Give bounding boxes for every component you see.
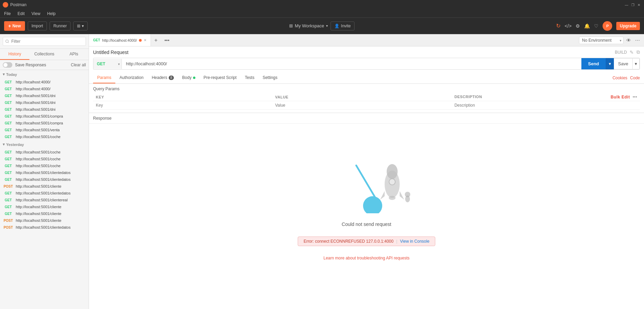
- key-column-header: KEY: [93, 93, 272, 101]
- save-button[interactable]: Save: [614, 58, 633, 69]
- add-tab-button[interactable]: +: [151, 37, 161, 43]
- url-label: http://localhost:5001/clientedatos: [16, 225, 70, 229]
- tab-pre-request[interactable]: Pre-request Script: [199, 72, 241, 83]
- list-item[interactable]: GEThttp://localhost:5001/clientedatos: [0, 176, 89, 183]
- tab-settings[interactable]: Settings: [258, 72, 281, 83]
- notification-icon[interactable]: 🔔: [584, 23, 590, 29]
- grid-icon: ⊞: [289, 23, 293, 28]
- menu-view[interactable]: View: [30, 11, 42, 17]
- method-badge: GET: [3, 101, 14, 105]
- history-group-yesterday[interactable]: ▾ Yesterday: [0, 140, 89, 149]
- key-input[interactable]: [96, 103, 270, 108]
- tab-collections[interactable]: Collections: [29, 49, 59, 60]
- code-icon[interactable]: </>: [565, 23, 571, 29]
- history-group-today[interactable]: ▾ Today: [0, 70, 89, 79]
- list-item[interactable]: POSThttp://localhost:5001/clientedatos: [0, 224, 89, 231]
- url-input[interactable]: [122, 58, 581, 69]
- svg-point-9: [405, 196, 410, 202]
- environment-selector[interactable]: No Environment: [579, 37, 623, 44]
- tab-close-icon[interactable]: ✕: [144, 38, 146, 42]
- menu-edit[interactable]: Edit: [16, 11, 26, 17]
- method-badge: POST: [3, 226, 14, 229]
- cookies-link[interactable]: Cookies: [613, 76, 627, 80]
- list-item[interactable]: GEThttp://localhost:5001/compra: [0, 113, 89, 120]
- list-item[interactable]: POSThttp://localhost:5001/cliente: [0, 217, 89, 224]
- runner-button[interactable]: Runner: [50, 22, 70, 30]
- list-item[interactable]: GEThttp://localhost:5001/dni: [0, 106, 89, 113]
- list-item[interactable]: GEThttp://localhost:4000/: [0, 79, 89, 85]
- tab-params[interactable]: Params: [93, 72, 115, 83]
- menu-help[interactable]: Help: [46, 11, 57, 17]
- save-responses-toggle[interactable]: [3, 62, 12, 68]
- settings-small-icon[interactable]: ⋯: [634, 37, 641, 44]
- tab-apis[interactable]: APIs: [59, 49, 89, 60]
- sync-icon[interactable]: ↻: [556, 23, 561, 29]
- settings-icon[interactable]: ⚙: [576, 23, 580, 29]
- clear-all-button[interactable]: Clear all: [71, 63, 86, 67]
- close-button[interactable]: ✕: [636, 2, 641, 7]
- list-item[interactable]: GEThttp://localhost:5001/clientedatos: [0, 169, 89, 176]
- upgrade-button[interactable]: Upgrade: [616, 22, 640, 30]
- list-item[interactable]: GEThttp://localhost:5001/coche: [0, 156, 89, 162]
- list-item[interactable]: GEThttp://localhost:5001/venta: [0, 126, 89, 133]
- send-dropdown-button[interactable]: ▾: [606, 58, 614, 69]
- copy-icon[interactable]: ⧉: [636, 49, 640, 55]
- invite-button[interactable]: 👤 Invite: [331, 22, 355, 30]
- edit-icon[interactable]: ✎: [630, 50, 634, 55]
- more-tabs-button[interactable]: •••: [161, 38, 173, 43]
- eye-icon[interactable]: 👁: [625, 37, 632, 44]
- method-badge: GET: [3, 108, 14, 111]
- runner-label: Runner: [53, 24, 67, 28]
- authorization-label: Authorization: [119, 75, 143, 80]
- method-badge: POST: [3, 219, 14, 223]
- list-item[interactable]: GEThttp://localhost:4000/: [0, 85, 89, 92]
- list-item[interactable]: GEThttp://localhost:5001/cliente: [0, 210, 89, 217]
- list-item[interactable]: GEThttp://localhost:5001/cliente: [0, 203, 89, 210]
- description-input[interactable]: [454, 103, 637, 108]
- headers-badge: 8: [169, 76, 174, 80]
- method-select[interactable]: GET POST PUT DELETE: [93, 59, 122, 69]
- list-item[interactable]: GEThttp://localhost:5001/clientereal: [0, 197, 89, 203]
- avatar[interactable]: P: [603, 21, 612, 31]
- value-input[interactable]: [275, 103, 449, 108]
- maximize-button[interactable]: ❐: [630, 2, 635, 7]
- troubleshoot-link[interactable]: Learn more about troubleshooting API req…: [323, 256, 410, 260]
- tab-headers[interactable]: Headers 8: [147, 72, 178, 83]
- import-button[interactable]: Import: [28, 22, 47, 30]
- search-input[interactable]: [3, 37, 86, 46]
- list-item[interactable]: GEThttp://localhost:5001/clientedatos: [0, 190, 89, 197]
- tab-history[interactable]: History: [0, 49, 29, 60]
- list-item[interactable]: POSThttp://localhost:5001/cliente: [0, 183, 89, 190]
- environment-select[interactable]: No Environment: [579, 37, 623, 44]
- tab-authorization[interactable]: Authorization: [115, 72, 147, 83]
- tab-body[interactable]: Body: [178, 72, 199, 83]
- method-selector[interactable]: GET POST PUT DELETE: [93, 59, 122, 69]
- workspace-name: My Workspace: [295, 23, 324, 28]
- body-dot: [193, 77, 195, 79]
- method-badge: GET: [3, 121, 14, 125]
- list-item[interactable]: GEThttp://localhost:5001/coche: [0, 149, 89, 156]
- tab-tests[interactable]: Tests: [241, 72, 258, 83]
- request-tab[interactable]: GET http://localhost:4000/ ✕: [89, 34, 151, 46]
- sidebar-search-area: [0, 34, 89, 49]
- url-label: http://localhost:4000/: [16, 87, 51, 91]
- view-console-link[interactable]: View in Console: [400, 239, 429, 244]
- heart-icon[interactable]: ♡: [594, 23, 598, 29]
- menu-file[interactable]: File: [3, 11, 12, 17]
- code-link[interactable]: Code: [630, 76, 640, 80]
- bulk-edit-link[interactable]: Bulk Edit: [610, 95, 630, 99]
- list-item[interactable]: GEThttp://localhost:5001/coche: [0, 162, 89, 169]
- request-tabs-right: Cookies Code: [613, 76, 640, 80]
- list-item[interactable]: GEThttp://localhost:5001/dni: [0, 92, 89, 99]
- list-item[interactable]: GEThttp://localhost:5001/dni: [0, 99, 89, 106]
- send-button[interactable]: Send: [581, 58, 606, 69]
- minimize-button[interactable]: —: [624, 2, 629, 7]
- list-item[interactable]: GEThttp://localhost:5001/coche: [0, 133, 89, 140]
- new-button[interactable]: + New: [4, 21, 25, 31]
- save-dropdown-button[interactable]: ▾: [633, 58, 640, 69]
- workspace-button[interactable]: ⊞ My Workspace ▾: [289, 23, 328, 28]
- params-more-icon[interactable]: •••: [633, 95, 637, 99]
- method-badge: GET: [3, 212, 14, 216]
- list-item[interactable]: GEThttp://localhost:5001/compra: [0, 120, 89, 126]
- layout-button[interactable]: ⊞ ▾: [73, 22, 87, 30]
